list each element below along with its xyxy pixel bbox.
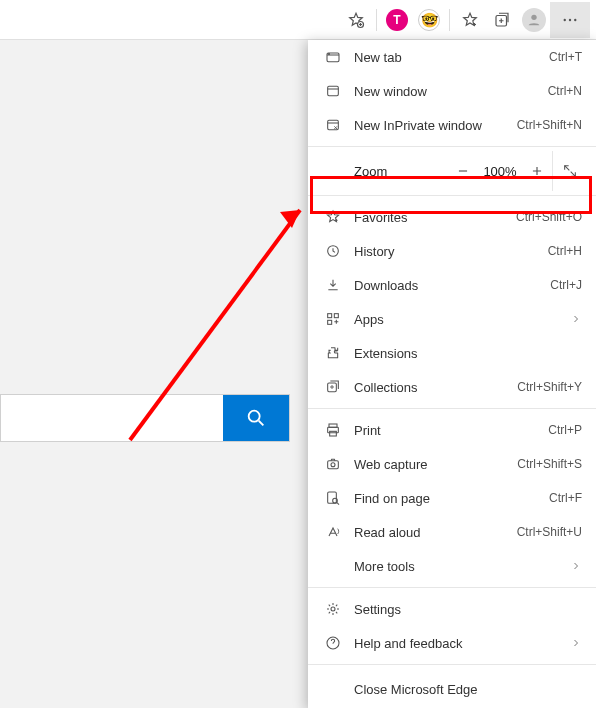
toolbar-separator <box>449 9 450 31</box>
svg-rect-19 <box>328 461 339 469</box>
menu-label: Print <box>344 423 548 438</box>
menu-shortcut: Ctrl+Shift+S <box>517 457 582 471</box>
extension-1[interactable]: T <box>381 4 413 36</box>
menu-shortcut: Ctrl+Shift+Y <box>517 380 582 394</box>
svg-point-3 <box>564 18 566 20</box>
svg-point-6 <box>249 411 260 422</box>
find-icon <box>322 490 344 506</box>
svg-point-23 <box>331 607 335 611</box>
more-button[interactable] <box>550 2 590 38</box>
chevron-right-icon <box>570 560 582 572</box>
menu-read-aloud[interactable]: Read aloud Ctrl+Shift+U <box>308 515 596 549</box>
collections-icon[interactable] <box>486 4 518 36</box>
chevron-right-icon <box>570 637 582 649</box>
menu-label: Help and feedback <box>344 636 570 651</box>
settings-menu: New tab Ctrl+T New window Ctrl+N New InP… <box>308 40 596 708</box>
menu-divider <box>308 408 596 409</box>
menu-label: History <box>344 244 548 259</box>
menu-new-inprivate[interactable]: New InPrivate window Ctrl+Shift+N <box>308 108 596 142</box>
menu-label: Collections <box>344 380 517 395</box>
search-input[interactable] <box>1 395 223 441</box>
menu-label: New InPrivate window <box>344 118 517 133</box>
menu-help[interactable]: Help and feedback <box>308 626 596 660</box>
search-box <box>0 394 290 442</box>
menu-divider <box>308 587 596 588</box>
menu-new-window[interactable]: New window Ctrl+N <box>308 74 596 108</box>
tab-icon <box>322 49 344 65</box>
svg-point-8 <box>328 53 329 54</box>
menu-print[interactable]: Print Ctrl+P <box>308 413 596 447</box>
menu-label: Extensions <box>344 346 582 361</box>
menu-web-capture[interactable]: Web capture Ctrl+Shift+S <box>308 447 596 481</box>
search-button[interactable] <box>223 395 289 441</box>
menu-new-tab[interactable]: New tab Ctrl+T <box>308 40 596 74</box>
menu-label: Close Microsoft Edge <box>344 682 582 697</box>
menu-find[interactable]: Find on page Ctrl+F <box>308 481 596 515</box>
svg-rect-9 <box>328 86 339 95</box>
zoom-label: Zoom <box>354 164 448 179</box>
menu-zoom: Zoom 100% <box>308 151 596 191</box>
collections-icon <box>322 379 344 395</box>
menu-history[interactable]: History Ctrl+H <box>308 234 596 268</box>
window-icon <box>322 83 344 99</box>
menu-close-edge[interactable]: Close Microsoft Edge <box>308 669 596 708</box>
toolbar-separator <box>376 9 377 31</box>
menu-downloads[interactable]: Downloads Ctrl+J <box>308 268 596 302</box>
menu-label: Settings <box>344 602 582 617</box>
zoom-in-button[interactable] <box>522 156 552 186</box>
menu-label: Web capture <box>344 457 517 472</box>
add-favorite-icon[interactable] <box>340 4 372 36</box>
menu-label: Favorites <box>344 210 516 225</box>
menu-shortcut: Ctrl+J <box>550 278 582 292</box>
menu-label: New tab <box>344 50 549 65</box>
toolbar: T 🤓 <box>0 0 596 40</box>
menu-divider <box>308 664 596 665</box>
zoom-out-button[interactable] <box>448 156 478 186</box>
star-icon <box>322 209 344 225</box>
menu-label: Apps <box>344 312 570 327</box>
zoom-value: 100% <box>478 164 522 179</box>
inprivate-icon <box>322 117 344 133</box>
svg-rect-12 <box>328 314 332 318</box>
menu-shortcut: Ctrl+F <box>549 491 582 505</box>
menu-shortcut: Ctrl+N <box>548 84 582 98</box>
svg-point-4 <box>569 18 571 20</box>
history-icon <box>322 243 344 259</box>
readaloud-icon <box>322 524 344 540</box>
print-icon <box>322 422 344 438</box>
menu-more-tools[interactable]: More tools <box>308 549 596 583</box>
menu-collections[interactable]: Collections Ctrl+Shift+Y <box>308 370 596 404</box>
menu-apps[interactable]: Apps <box>308 302 596 336</box>
help-icon <box>322 635 344 651</box>
apps-icon <box>322 311 344 327</box>
svg-rect-18 <box>330 431 337 436</box>
menu-label: New window <box>344 84 548 99</box>
svg-rect-14 <box>328 320 332 324</box>
menu-shortcut: Ctrl+P <box>548 423 582 437</box>
svg-point-20 <box>331 463 335 467</box>
menu-label: Find on page <box>344 491 549 506</box>
svg-point-2 <box>531 14 536 19</box>
chevron-right-icon <box>570 313 582 325</box>
puzzle-icon <box>322 345 344 361</box>
menu-favorites[interactable]: Favorites Ctrl+Shift+O <box>308 200 596 234</box>
menu-divider <box>308 146 596 147</box>
favorites-icon[interactable] <box>454 4 486 36</box>
fullscreen-button[interactable] <box>552 151 586 191</box>
menu-shortcut: Ctrl+T <box>549 50 582 64</box>
gear-icon <box>322 601 344 617</box>
menu-shortcut: Ctrl+Shift+N <box>517 118 582 132</box>
profile-avatar[interactable] <box>518 4 550 36</box>
menu-shortcut: Ctrl+Shift+U <box>517 525 582 539</box>
svg-rect-21 <box>328 492 337 503</box>
svg-rect-13 <box>334 314 338 318</box>
svg-point-5 <box>574 18 576 20</box>
menu-settings[interactable]: Settings <box>308 592 596 626</box>
extension-2[interactable]: 🤓 <box>413 4 445 36</box>
download-icon <box>322 277 344 293</box>
menu-label: More tools <box>344 559 570 574</box>
capture-icon <box>322 456 344 472</box>
menu-extensions[interactable]: Extensions <box>308 336 596 370</box>
menu-label: Downloads <box>344 278 550 293</box>
menu-label: Read aloud <box>344 525 517 540</box>
